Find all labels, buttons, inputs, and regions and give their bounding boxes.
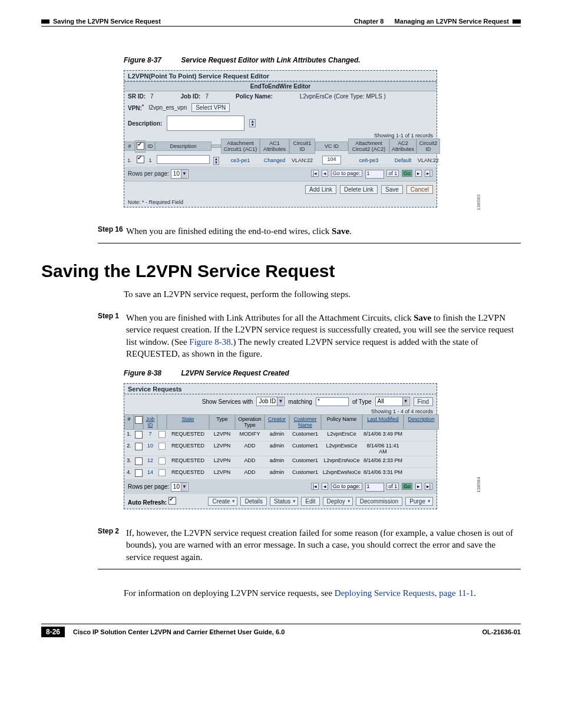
list-row: 3.12REQUESTEDL2VPNADDadminCustomer1L2vpn… — [124, 456, 437, 468]
lcell-lastmod: 8/14/06 11:41 AM — [362, 442, 404, 456]
closing-paragraph: For information on deploying L2VPN servi… — [124, 587, 521, 600]
xref-deploying[interactable]: Deploying Service Requests, page 11-1 — [335, 588, 474, 598]
lcol-desc[interactable]: Description — [404, 414, 439, 430]
list-pager-next-icon[interactable]: ▸ — [415, 483, 422, 490]
sr-id-label: SR ID: — [128, 93, 146, 100]
cell-ac1[interactable]: ce3-pe1 — [221, 156, 260, 165]
lcol-lastmod[interactable]: Last Modified — [362, 414, 404, 430]
of-type-select[interactable]: All — [375, 397, 410, 406]
records-count: Showing 1-1 of 1 records — [124, 133, 437, 139]
lcell-op: MODIFY — [235, 430, 265, 442]
matching-input[interactable]: * — [316, 397, 349, 406]
of-type-label: of Type — [352, 398, 372, 405]
list-grid-body: 1.7REQUESTEDL2VPNMODIFYadminCustomer1L2v… — [124, 430, 437, 480]
cell-ac2[interactable]: ce8-pe3 — [348, 156, 389, 165]
list-pager-prev-icon[interactable]: ◂ — [322, 483, 328, 490]
chapter-title: Managing an L2VPN Service Request — [395, 18, 509, 25]
lcell-select — [134, 456, 143, 468]
lcell-jobid[interactable]: 10 — [143, 442, 157, 456]
screenshot-list: Service Requests Show Services with Job … — [124, 383, 437, 509]
find-button[interactable]: Find — [414, 397, 433, 406]
cancel-button[interactable]: Cancel — [406, 185, 433, 194]
lcol-creator[interactable]: Creator — [265, 414, 289, 430]
show-field-select[interactable]: Job ID — [256, 397, 285, 406]
col-ac2: Attachment Circuit2 (AC2) — [348, 139, 389, 154]
col-vcid: VC ID — [315, 141, 348, 151]
list-goto-input[interactable]: 1 — [365, 483, 384, 492]
list-row-checkbox[interactable] — [135, 469, 143, 477]
image-id-38: 138584 — [476, 477, 481, 493]
lcell-color — [157, 430, 167, 442]
create-button[interactable]: Create — [208, 497, 237, 506]
delete-link-button[interactable]: Delete Link — [340, 185, 378, 194]
save-button[interactable]: Save — [381, 185, 403, 194]
list-go-button[interactable]: Go — [402, 483, 412, 490]
header-accent-right — [513, 19, 521, 24]
xref-fig-8-38[interactable]: Figure 8-38 — [189, 337, 230, 347]
lcell-type: L2VPN — [209, 442, 235, 456]
lcol-jobid[interactable]: Job ID — [143, 414, 157, 430]
lcell-jobid[interactable]: 7 — [143, 430, 157, 442]
list-row-checkbox[interactable] — [135, 443, 143, 450]
cell-ac1attr[interactable]: Changed — [260, 156, 289, 165]
lcol-num: # — [124, 414, 134, 430]
pager-first-icon[interactable]: |◂ — [311, 170, 319, 177]
cell-ac2attr[interactable]: Default — [389, 156, 416, 165]
deploy-button[interactable]: Deploy — [323, 497, 353, 506]
lcell-op: ADD — [235, 468, 265, 480]
textarea-spinner[interactable]: ▲▼ — [249, 119, 256, 127]
select-vpn-button[interactable]: Select VPN — [191, 103, 230, 112]
page-number-badge: 8-26 — [41, 627, 65, 637]
edit-button[interactable]: Edit — [301, 497, 319, 506]
details-button[interactable]: Details — [240, 497, 267, 506]
job-id-value: 7 — [205, 93, 209, 100]
figure-caption-8-38: Figure 8-38 L2VPN Service Request Create… — [124, 369, 521, 377]
list-row-checkbox[interactable] — [135, 431, 143, 439]
status-button[interactable]: Status — [270, 497, 298, 506]
row-desc-input[interactable] — [157, 155, 210, 164]
pager-last-icon[interactable]: ▸| — [425, 170, 432, 177]
lcell-customer: Customer1 — [289, 456, 321, 468]
lcell-creator: admin — [265, 456, 289, 468]
lcell-jobid[interactable]: 14 — [143, 468, 157, 480]
lcol-type: Type — [209, 414, 235, 430]
list-pager-first-icon[interactable]: |◂ — [311, 483, 319, 490]
form-row-description: Description: ▲▼ — [124, 114, 437, 133]
rows-per-page-select[interactable]: 10 — [171, 169, 189, 179]
lcell-customer: Customer1 — [289, 442, 321, 456]
pager-prev-icon[interactable]: ◂ — [322, 170, 328, 177]
list-select-all-checkbox[interactable] — [135, 416, 143, 424]
pager-next-icon[interactable]: ▸ — [415, 170, 422, 177]
row-spinner[interactable]: ▲▼ — [213, 157, 220, 165]
goto-input[interactable]: 1 — [365, 170, 384, 179]
cell-c1id: VLAN:22 — [289, 156, 315, 165]
list-row-checkbox[interactable] — [135, 457, 143, 465]
list-rpp-select[interactable]: 10 — [171, 482, 189, 492]
lcell-lastmod: 8/14/06 2:33 PM — [362, 456, 404, 468]
select-all-checkbox[interactable] — [137, 142, 144, 150]
form-row-vpn: VPN:* l2vpn_ers_vpn Select VPN — [124, 101, 437, 114]
lcell-op: ADD — [235, 442, 265, 456]
lcell-num: 2. — [124, 442, 134, 456]
add-link-button[interactable]: Add Link — [305, 185, 336, 194]
purge-button[interactable]: Purge — [405, 497, 433, 506]
figure-caption-8-37: Figure 8-37 Service Request Editor with … — [124, 56, 521, 64]
col-spinner — [211, 144, 221, 148]
lcell-jobid[interactable]: 12 — [143, 456, 157, 468]
col-c1id: Circuit1 ID — [289, 139, 315, 154]
col-num: # — [124, 141, 135, 151]
lcell-creator: admin — [265, 442, 289, 456]
go-button[interactable]: Go — [402, 170, 412, 177]
decommission-button[interactable]: Decommission — [356, 497, 403, 506]
description-textarea[interactable] — [167, 116, 244, 131]
lcol-customer[interactable]: Customer Name — [289, 414, 321, 430]
footer-doc-id: OL-21636-01 — [482, 628, 521, 635]
footer-book-title: Cisco IP Solution Center L2VPN and Carri… — [70, 628, 482, 635]
list-pager-last-icon[interactable]: ▸| — [425, 483, 432, 490]
vcid-input[interactable]: 104 — [322, 156, 341, 164]
auto-refresh-checkbox[interactable] — [168, 497, 176, 505]
row-checkbox[interactable] — [137, 156, 144, 163]
vpn-label: VPN:* — [128, 103, 144, 111]
lcell-policy: L2vpnEwsNoCe — [321, 468, 362, 480]
lcol-state[interactable]: State — [167, 414, 209, 430]
